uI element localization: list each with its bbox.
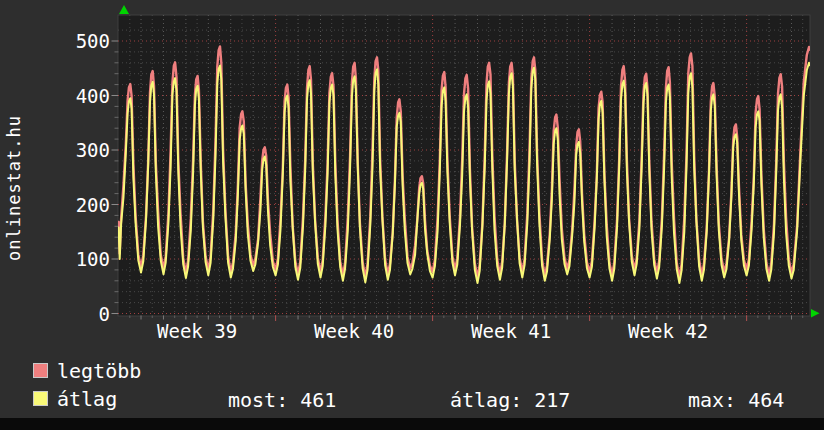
onlinestat-graph-window: onlinestat.hu 5004003002001000 Week 39We… bbox=[0, 0, 824, 430]
legend-swatch-average-icon bbox=[33, 391, 48, 406]
stat-max-value: max: 464 bbox=[688, 389, 784, 411]
legend-label-average: átlag bbox=[57, 388, 117, 410]
stat-current-value: most: 461 bbox=[228, 389, 336, 411]
week-label-42: Week 42 bbox=[598, 321, 738, 341]
y-axis-label-0: 0 bbox=[58, 304, 110, 324]
week-label-39: Week 39 bbox=[127, 321, 267, 341]
week-label-41: Week 41 bbox=[441, 321, 581, 341]
axis-arrow-right-icon bbox=[811, 309, 820, 318]
y-axis-label-400: 400 bbox=[58, 86, 110, 106]
bottom-bar bbox=[0, 418, 824, 430]
axis-arrow-up-icon bbox=[119, 5, 129, 14]
y-axis-label-300: 300 bbox=[58, 140, 110, 160]
stat-average-value: átlag: 217 bbox=[450, 389, 570, 411]
y-axis-label-200: 200 bbox=[58, 195, 110, 215]
legend-swatch-most-icon bbox=[33, 363, 48, 378]
week-label-40: Week 40 bbox=[284, 321, 424, 341]
brand-vertical-label: onlinestat.hu bbox=[3, 78, 25, 298]
y-axis-label-100: 100 bbox=[58, 249, 110, 269]
legend-label-most: legtöbb bbox=[57, 360, 141, 382]
y-axis-label-500: 500 bbox=[58, 31, 110, 51]
